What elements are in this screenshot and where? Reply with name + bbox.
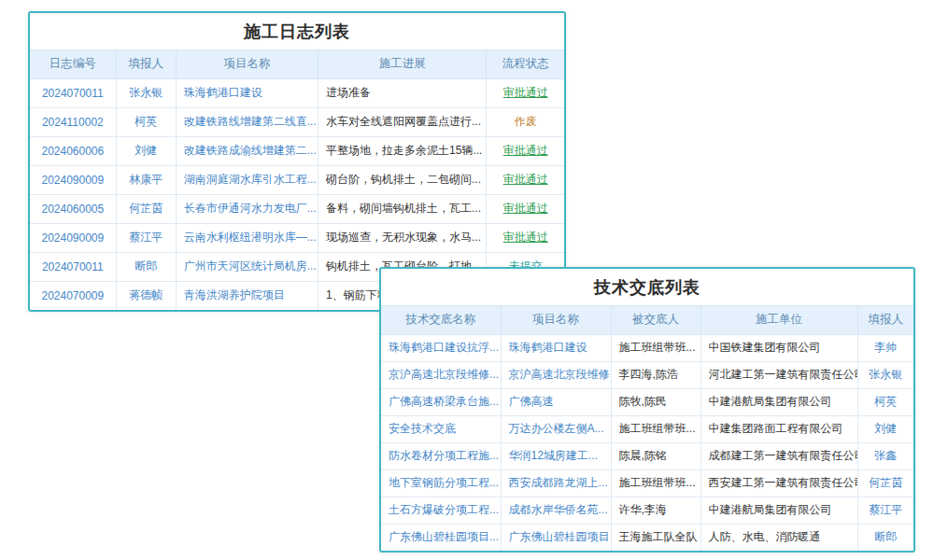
log-col-header-status: 流程状态 (487, 50, 564, 78)
log-project-link[interactable]: 珠海鹤港口建设 (176, 78, 318, 107)
disclosure-reporter-link[interactable]: 李帅 (857, 334, 913, 361)
technical-disclosure-panel: 技术交底列表 技术交底名称 项目名称 被交底人 施工单位 填报人 珠海鹤港口建设… (379, 267, 915, 553)
disclosure-col-header-person: 被交底人 (611, 306, 700, 334)
disclosure-person-text: 施工班组带班... (611, 334, 700, 361)
log-reporter-link[interactable]: 何芷茵 (116, 194, 176, 223)
disclosure-reporter-link[interactable]: 断郎 (857, 524, 913, 551)
disclosure-reporter-link[interactable]: 柯英 (857, 388, 913, 415)
disclosure-project-link[interactable]: 华润12城房建工... (501, 442, 611, 469)
log-progress-text: 砌台阶，钩机排土，二包砌间... (318, 165, 487, 194)
log-id-link[interactable]: 2024060006 (30, 136, 116, 165)
disclosure-unit-text: 成都建工第一建筑有限责任公司 (700, 442, 857, 469)
disclosure-col-header-name: 技术交底名称 (381, 306, 501, 334)
log-table-row: 2024060006 刘健 改建铁路成渝线增建第二... 平整场地，拉走多余泥土… (30, 136, 564, 165)
disclosure-col-header-unit: 施工单位 (700, 306, 857, 334)
disclosure-table-row: 安全技术交底 万达办公楼左侧A... 施工班组带班... 中建集团路面工程有限公… (381, 415, 913, 442)
log-progress-text: 平整场地，拉走多余泥土15辆... (318, 136, 487, 165)
disclosure-project-link[interactable]: 珠海鹤港口建设 (501, 334, 611, 361)
disclosure-header-row: 技术交底名称 项目名称 被交底人 施工单位 填报人 (381, 306, 913, 334)
disclosure-name-link[interactable]: 广佛高速桥梁承台施... (381, 388, 501, 415)
log-progress-text: 进场准备 (318, 78, 487, 107)
disclosure-project-link[interactable]: 广东佛山碧桂园项目 (501, 524, 611, 551)
disclosure-table-row: 京沪高速北京段维修... 京沪高速北京段维修 李四海,陈浩 河北建工第一建筑有限… (381, 361, 913, 388)
log-status-badge[interactable]: 作废 (487, 107, 564, 136)
log-col-header-id: 日志编号 (30, 50, 116, 78)
disclosure-project-link[interactable]: 西安成都路龙湖上... (501, 469, 611, 497)
disclosure-name-link[interactable]: 土石方爆破分项工程... (381, 497, 501, 524)
disclosure-reporter-link[interactable]: 蔡江平 (857, 497, 913, 524)
disclosure-unit-text: 河北建工第一建筑有限责任公司 (700, 361, 857, 388)
disclosure-unit-text: 中建港航局集团有限公司 (700, 497, 857, 524)
log-reporter-link[interactable]: 柯英 (116, 107, 176, 136)
disclosure-table-row: 防水卷材分项工程施... 华润12城房建工... 陈晨,陈铭 成都建工第一建筑有… (381, 442, 913, 469)
disclosure-reporter-link[interactable]: 张鑫 (857, 442, 913, 469)
disclosure-table-row: 广东佛山碧桂园项目... 广东佛山碧桂园项目 王海施工队全队 人防、水电、消防暖… (381, 524, 913, 551)
log-reporter-link[interactable]: 林康平 (116, 165, 176, 194)
log-status-badge[interactable]: 审批通过 (487, 78, 564, 107)
log-project-link[interactable]: 改建铁路线增建第二线直... (176, 107, 318, 136)
disclosure-project-link[interactable]: 万达办公楼左侧A... (501, 415, 611, 442)
log-project-link[interactable]: 青海洪湖养护院项目 (176, 281, 318, 310)
disclosure-unit-text: 中建港航局集团有限公司 (700, 388, 857, 415)
disclosure-person-text: 陈晨,陈铭 (611, 442, 700, 469)
disclosure-reporter-link[interactable]: 何芷茵 (857, 469, 913, 497)
log-progress-text: 现场巡查，无积水现象，水马... (318, 223, 487, 252)
log-project-link[interactable]: 长春市伊通河水力发电厂... (176, 194, 318, 223)
log-id-link[interactable]: 2024090009 (30, 165, 116, 194)
disclosure-unit-text: 中国铁建集团有限公司 (700, 334, 857, 361)
log-col-header-progress: 施工进展 (318, 50, 487, 78)
disclosure-name-link[interactable]: 京沪高速北京段维修... (381, 361, 501, 388)
log-project-link[interactable]: 改建铁路成渝线增建第二... (176, 136, 318, 165)
log-project-link[interactable]: 湖南洞庭湖水库引水工程... (176, 165, 318, 194)
log-id-link[interactable]: 2024090009 (30, 223, 116, 252)
technical-disclosure-title: 技术交底列表 (381, 269, 913, 306)
disclosure-unit-text: 中建集团路面工程有限公司 (700, 415, 857, 442)
disclosure-reporter-link[interactable]: 张永银 (857, 361, 913, 388)
disclosure-table-body: 珠海鹤港口建设抗浮... 珠海鹤港口建设 施工班组带班... 中国铁建集团有限公… (381, 334, 913, 551)
disclosure-table-row: 土石方爆破分项工程... 成都水岸华侨名苑... 许华,李海 中建港航局集团有限… (381, 497, 913, 524)
log-project-link[interactable]: 云南水利枢纽潜明水库—... (176, 223, 318, 252)
disclosure-person-text: 施工班组带班... (611, 415, 700, 442)
log-project-link[interactable]: 广州市天河区统计局机房... (176, 252, 318, 281)
disclosure-col-header-project: 项目名称 (501, 306, 611, 334)
log-id-link[interactable]: 2024070011 (30, 252, 116, 281)
disclosure-person-text: 王海施工队全队 (611, 524, 700, 551)
log-id-link[interactable]: 2024070011 (30, 78, 116, 107)
log-reporter-link[interactable]: 刘健 (116, 136, 176, 165)
log-col-header-reporter: 填报人 (116, 50, 176, 78)
disclosure-name-link[interactable]: 安全技术交底 (381, 415, 501, 442)
disclosure-unit-text: 人防、水电、消防暖通 (700, 524, 857, 551)
disclosure-name-link[interactable]: 珠海鹤港口建设抗浮... (381, 334, 501, 361)
log-status-badge[interactable]: 审批通过 (487, 194, 564, 223)
log-reporter-link[interactable]: 蒋德帧 (116, 281, 176, 310)
log-col-header-project: 项目名称 (176, 50, 318, 78)
log-status-badge[interactable]: 审批通过 (487, 223, 564, 252)
disclosure-person-text: 陈牧,陈民 (611, 388, 700, 415)
log-progress-text: 备料，砌间墙钩机排土，瓦工... (318, 194, 487, 223)
disclosure-project-link[interactable]: 京沪高速北京段维修 (501, 361, 611, 388)
disclosure-person-text: 李四海,陈浩 (611, 361, 700, 388)
disclosure-project-link[interactable]: 成都水岸华侨名苑... (501, 497, 611, 524)
log-status-badge[interactable]: 审批通过 (487, 136, 564, 165)
disclosure-project-link[interactable]: 广佛高速 (501, 388, 611, 415)
log-table-row: 2024110002 柯英 改建铁路线增建第二线直... 水车对全线遮阳网覆盖点… (30, 107, 564, 136)
log-id-link[interactable]: 2024060005 (30, 194, 116, 223)
log-header-row: 日志编号 填报人 项目名称 施工进展 流程状态 (30, 50, 564, 78)
disclosure-table-row: 珠海鹤港口建设抗浮... 珠海鹤港口建设 施工班组带班... 中国铁建集团有限公… (381, 334, 913, 361)
disclosure-reporter-link[interactable]: 刘健 (857, 415, 913, 442)
disclosure-person-text: 许华,李海 (611, 497, 700, 524)
disclosure-unit-text: 西安建工第一建筑有限责任公司 (700, 469, 857, 497)
disclosure-table-row: 广佛高速桥梁承台施... 广佛高速 陈牧,陈民 中建港航局集团有限公司 柯英 (381, 388, 913, 415)
log-status-badge[interactable]: 审批通过 (487, 165, 564, 194)
log-id-link[interactable]: 2024070009 (30, 281, 116, 310)
disclosure-name-link[interactable]: 防水卷材分项工程施... (381, 442, 501, 469)
log-reporter-link[interactable]: 蔡江平 (116, 223, 176, 252)
disclosure-name-link[interactable]: 广东佛山碧桂园项目... (381, 524, 501, 551)
log-table-row: 2024090009 蔡江平 云南水利枢纽潜明水库—... 现场巡查，无积水现象… (30, 223, 564, 252)
log-reporter-link[interactable]: 张永银 (116, 78, 176, 107)
disclosure-name-link[interactable]: 地下室钢筋分项工程... (381, 469, 501, 497)
log-id-link[interactable]: 2024110002 (30, 107, 116, 136)
log-reporter-link[interactable]: 断郎 (116, 252, 176, 281)
log-table-row: 2024090009 林康平 湖南洞庭湖水库引水工程... 砌台阶，钩机排土，二… (30, 165, 564, 194)
disclosure-person-text: 施工班组带班... (611, 469, 700, 497)
